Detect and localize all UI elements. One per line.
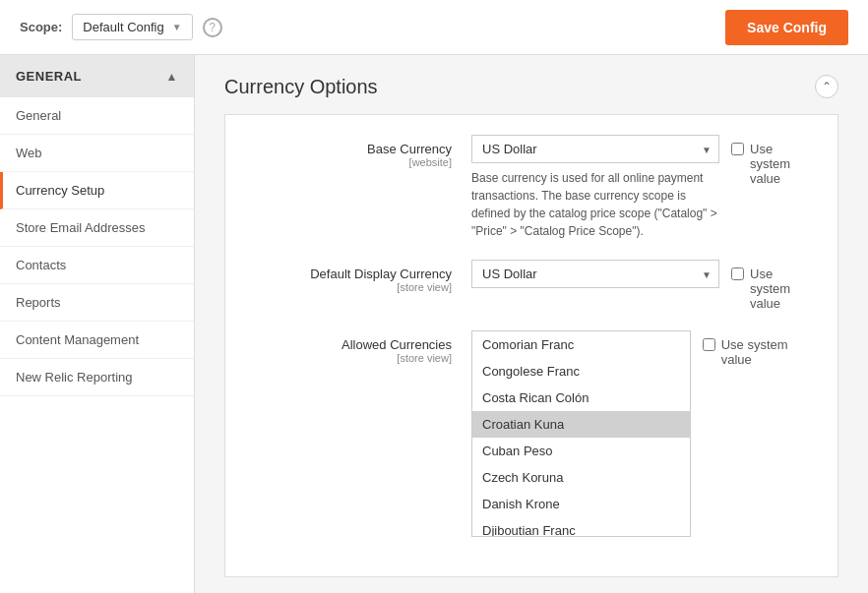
- base-currency-use-system: Use system value: [731, 135, 808, 186]
- default-display-currency-select[interactable]: US Dollar: [471, 260, 719, 288]
- section-title-text: Currency Options: [224, 76, 378, 98]
- list-item[interactable]: Danish Krone: [472, 491, 690, 517]
- scope-value: Default Config: [83, 20, 163, 34]
- default-display-use-system: Use system value: [731, 260, 808, 311]
- default-display-system-checkbox[interactable]: [731, 267, 744, 280]
- allowed-currencies-label: Allowed Currencies [store view]: [255, 330, 471, 364]
- base-currency-label: Base Currency [website]: [255, 135, 471, 168]
- list-item[interactable]: Congolese Franc: [472, 358, 690, 385]
- base-currency-hint: Base currency is used for all online pay…: [471, 169, 719, 240]
- base-currency-control: US Dollar ▼ Base currency is used for al…: [471, 135, 808, 240]
- list-item[interactable]: Czech Koruna: [472, 464, 690, 491]
- sidebar: GENERAL ▲ General Web Currency Setup Sto…: [0, 55, 195, 593]
- allowed-currencies-list[interactable]: Comorian FrancCongolese FrancCosta Rican…: [471, 330, 691, 537]
- sidebar-item-reports[interactable]: Reports: [0, 284, 194, 322]
- list-item[interactable]: Djiboutian Franc: [472, 517, 690, 537]
- list-item[interactable]: Costa Rican Colón: [472, 385, 690, 411]
- scope-label: Scope:: [20, 20, 62, 34]
- layout: GENERAL ▲ General Web Currency Setup Sto…: [0, 55, 868, 593]
- help-icon[interactable]: ?: [203, 18, 222, 37]
- base-currency-row: Base Currency [website] US Dollar ▼ Base…: [255, 135, 808, 240]
- chevron-down-icon: ▼: [172, 22, 182, 32]
- currency-options-form: Base Currency [website] US Dollar ▼ Base…: [224, 114, 838, 577]
- sidebar-item-contacts[interactable]: Contacts: [0, 247, 194, 284]
- default-display-currency-control: US Dollar ▼ Use system value: [471, 260, 808, 311]
- sidebar-item-store-email[interactable]: Store Email Addresses: [0, 209, 194, 247]
- list-item[interactable]: Croatian Kuna: [472, 411, 690, 438]
- allowed-currencies-system-label: Use system value: [721, 337, 808, 367]
- sidebar-item-content-management[interactable]: Content Management: [0, 322, 194, 359]
- allowed-currencies-use-system: Use system value: [703, 330, 808, 367]
- list-item[interactable]: Cuban Peso: [472, 438, 690, 464]
- allowed-currencies-control: Comorian FrancCongolese FrancCosta Rican…: [471, 330, 808, 537]
- default-display-currency-label: Default Display Currency [store view]: [255, 260, 471, 293]
- default-display-system-label: Use system value: [750, 267, 808, 311]
- base-currency-select[interactable]: US Dollar: [471, 135, 719, 163]
- scope-selector[interactable]: Default Config ▼: [72, 14, 192, 40]
- header: Scope: Default Config ▼ ? Save Config: [0, 0, 868, 55]
- sidebar-section-general[interactable]: GENERAL ▲: [0, 55, 194, 97]
- sidebar-item-general[interactable]: General: [0, 97, 194, 135]
- base-currency-system-checkbox[interactable]: [731, 143, 744, 155]
- section-header: Currency Options ⌃: [224, 75, 838, 98]
- collapse-arrow-icon: ▲: [166, 70, 178, 84]
- sidebar-item-web[interactable]: Web: [0, 135, 194, 172]
- base-currency-select-wrap: US Dollar ▼: [471, 135, 719, 163]
- default-display-currency-row: Default Display Currency [store view] US…: [255, 260, 808, 311]
- default-display-currency-select-wrap: US Dollar ▼: [471, 260, 719, 288]
- allowed-currencies-system-checkbox[interactable]: [703, 338, 715, 351]
- collapse-icon: ⌃: [822, 80, 832, 93]
- base-currency-system-label: Use system value: [750, 142, 808, 186]
- sidebar-section-label: GENERAL: [16, 69, 82, 84]
- main-content: Currency Options ⌃ Base Currency [websit…: [195, 55, 868, 593]
- list-item[interactable]: Comorian Franc: [472, 331, 690, 358]
- allowed-currencies-row: Allowed Currencies [store view] Comorian…: [255, 330, 808, 537]
- save-config-button[interactable]: Save Config: [725, 10, 848, 45]
- sidebar-item-currency-setup[interactable]: Currency Setup: [0, 172, 194, 209]
- sidebar-item-new-relic[interactable]: New Relic Reporting: [0, 359, 194, 396]
- collapse-button[interactable]: ⌃: [815, 75, 838, 98]
